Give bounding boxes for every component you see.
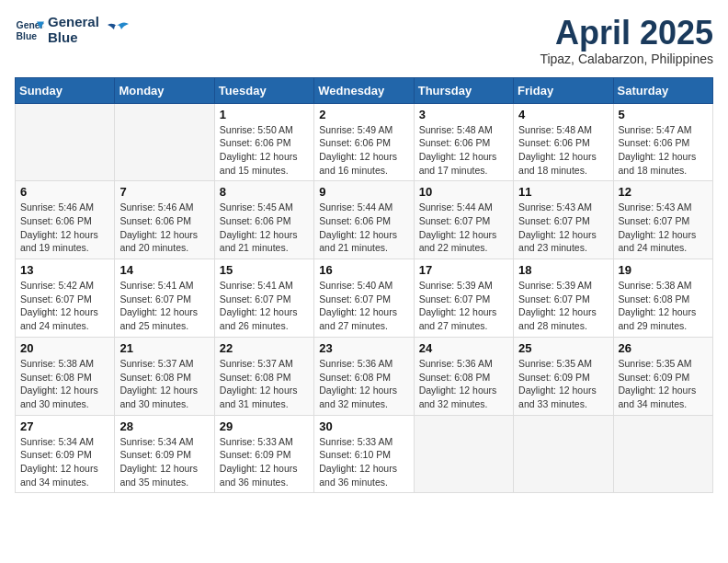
day-info: Sunrise: 5:44 AM Sunset: 6:07 PM Dayligh… [419, 201, 508, 255]
calendar-cell: 28Sunrise: 5:34 AM Sunset: 6:09 PM Dayli… [115, 415, 214, 493]
day-info: Sunrise: 5:35 AM Sunset: 6:09 PM Dayligh… [518, 357, 608, 411]
calendar-cell: 24Sunrise: 5:36 AM Sunset: 6:08 PM Dayli… [414, 337, 513, 415]
day-number: 7 [119, 185, 209, 199]
logo-icon: General Blue [15, 16, 44, 45]
calendar-cell: 5Sunrise: 5:47 AM Sunset: 6:06 PM Daylig… [613, 103, 712, 181]
day-number: 2 [319, 108, 408, 121]
calendar-cell: 19Sunrise: 5:38 AM Sunset: 6:08 PM Dayli… [613, 259, 712, 338]
calendar-cell: 6Sunrise: 5:46 AM Sunset: 6:06 PM Daylig… [16, 181, 115, 259]
day-of-week-header: Tuesday [214, 77, 313, 103]
day-number: 9 [319, 185, 408, 199]
day-info: Sunrise: 5:46 AM Sunset: 6:06 PM Dayligh… [119, 201, 209, 255]
month-title: April 2025 [540, 15, 713, 52]
day-info: Sunrise: 5:44 AM Sunset: 6:06 PM Dayligh… [319, 201, 408, 255]
day-number: 15 [220, 263, 309, 277]
day-info: Sunrise: 5:40 AM Sunset: 6:07 PM Dayligh… [319, 279, 408, 333]
calendar-cell: 16Sunrise: 5:40 AM Sunset: 6:07 PM Dayli… [314, 259, 414, 338]
day-info: Sunrise: 5:47 AM Sunset: 6:06 PM Dayligh… [619, 123, 708, 178]
day-info: Sunrise: 5:33 AM Sunset: 6:09 PM Dayligh… [220, 435, 309, 489]
calendar-cell: 27Sunrise: 5:34 AM Sunset: 6:09 PM Dayli… [16, 415, 115, 493]
calendar-cell: 3Sunrise: 5:48 AM Sunset: 6:06 PM Daylig… [414, 103, 513, 181]
day-info: Sunrise: 5:42 AM Sunset: 6:07 PM Dayligh… [20, 279, 109, 333]
day-number: 14 [119, 263, 209, 277]
svg-text:Blue: Blue [17, 30, 38, 40]
day-number: 18 [518, 263, 608, 277]
day-of-week-header: Saturday [613, 77, 712, 103]
day-of-week-header: Thursday [414, 77, 513, 103]
day-number: 13 [20, 263, 109, 277]
calendar-cell: 17Sunrise: 5:39 AM Sunset: 6:07 PM Dayli… [414, 259, 513, 338]
calendar-cell: 20Sunrise: 5:38 AM Sunset: 6:08 PM Dayli… [16, 337, 115, 415]
calendar-cell: 18Sunrise: 5:39 AM Sunset: 6:07 PM Dayli… [514, 259, 613, 338]
day-number: 25 [518, 341, 608, 355]
calendar-cell: 11Sunrise: 5:43 AM Sunset: 6:07 PM Dayli… [514, 181, 613, 259]
day-info: Sunrise: 5:45 AM Sunset: 6:06 PM Dayligh… [220, 201, 309, 255]
calendar-cell: 13Sunrise: 5:42 AM Sunset: 6:07 PM Dayli… [16, 259, 115, 338]
day-number: 28 [119, 419, 209, 433]
calendar-cell [514, 415, 613, 493]
day-info: Sunrise: 5:35 AM Sunset: 6:09 PM Dayligh… [619, 357, 708, 411]
day-number: 11 [518, 185, 608, 199]
calendar-cell: 23Sunrise: 5:36 AM Sunset: 6:08 PM Dayli… [314, 337, 414, 415]
calendar-cell: 26Sunrise: 5:35 AM Sunset: 6:09 PM Dayli… [613, 337, 712, 415]
day-of-week-header: Sunday [16, 77, 115, 103]
title-block: April 2025 Tipaz, Calabarzon, Philippine… [540, 15, 713, 66]
calendar-cell: 22Sunrise: 5:37 AM Sunset: 6:08 PM Dayli… [214, 337, 313, 415]
calendar-table: SundayMondayTuesdayWednesdayThursdayFrid… [15, 77, 713, 494]
day-info: Sunrise: 5:33 AM Sunset: 6:10 PM Dayligh… [319, 435, 408, 489]
day-info: Sunrise: 5:36 AM Sunset: 6:08 PM Dayligh… [419, 357, 508, 411]
calendar-cell: 29Sunrise: 5:33 AM Sunset: 6:09 PM Dayli… [214, 415, 313, 493]
page-header: General Blue General Blue April 2025 Tip… [15, 15, 713, 66]
day-number: 5 [619, 108, 708, 121]
day-info: Sunrise: 5:48 AM Sunset: 6:06 PM Dayligh… [419, 123, 508, 178]
day-info: Sunrise: 5:50 AM Sunset: 6:06 PM Dayligh… [220, 123, 309, 178]
calendar-cell: 2Sunrise: 5:49 AM Sunset: 6:06 PM Daylig… [314, 103, 414, 181]
day-number: 1 [220, 108, 309, 121]
day-info: Sunrise: 5:36 AM Sunset: 6:08 PM Dayligh… [319, 357, 408, 411]
day-number: 4 [518, 108, 608, 121]
day-of-week-header: Friday [514, 77, 613, 103]
day-number: 26 [619, 341, 708, 355]
calendar-header-row: SundayMondayTuesdayWednesdayThursdayFrid… [16, 77, 713, 103]
day-info: Sunrise: 5:38 AM Sunset: 6:08 PM Dayligh… [20, 357, 109, 411]
logo: General Blue General Blue [15, 15, 131, 45]
day-info: Sunrise: 5:41 AM Sunset: 6:07 PM Dayligh… [220, 279, 309, 333]
day-number: 24 [419, 341, 508, 355]
calendar-cell [16, 103, 115, 181]
calendar-cell [613, 415, 712, 493]
calendar-week-row: 20Sunrise: 5:38 AM Sunset: 6:08 PM Dayli… [16, 337, 713, 415]
calendar-cell: 21Sunrise: 5:37 AM Sunset: 6:08 PM Dayli… [115, 337, 214, 415]
day-of-week-header: Wednesday [314, 77, 414, 103]
day-of-week-header: Monday [115, 77, 214, 103]
day-number: 30 [319, 419, 408, 433]
day-info: Sunrise: 5:43 AM Sunset: 6:07 PM Dayligh… [518, 201, 608, 255]
day-number: 21 [119, 341, 209, 355]
day-info: Sunrise: 5:46 AM Sunset: 6:06 PM Dayligh… [20, 201, 109, 255]
day-info: Sunrise: 5:39 AM Sunset: 6:07 PM Dayligh… [419, 279, 508, 333]
day-info: Sunrise: 5:38 AM Sunset: 6:08 PM Dayligh… [619, 279, 708, 333]
calendar-cell: 1Sunrise: 5:50 AM Sunset: 6:06 PM Daylig… [214, 103, 313, 181]
calendar-cell: 7Sunrise: 5:46 AM Sunset: 6:06 PM Daylig… [115, 181, 214, 259]
calendar-cell: 10Sunrise: 5:44 AM Sunset: 6:07 PM Dayli… [414, 181, 513, 259]
day-number: 22 [220, 341, 309, 355]
calendar-cell: 15Sunrise: 5:41 AM Sunset: 6:07 PM Dayli… [214, 259, 313, 338]
day-number: 19 [619, 263, 708, 277]
day-info: Sunrise: 5:34 AM Sunset: 6:09 PM Dayligh… [119, 435, 209, 489]
day-info: Sunrise: 5:48 AM Sunset: 6:06 PM Dayligh… [518, 123, 608, 178]
logo-line1: General [48, 15, 99, 30]
calendar-cell: 25Sunrise: 5:35 AM Sunset: 6:09 PM Dayli… [514, 337, 613, 415]
calendar-cell: 14Sunrise: 5:41 AM Sunset: 6:07 PM Dayli… [115, 259, 214, 338]
calendar-cell: 8Sunrise: 5:45 AM Sunset: 6:06 PM Daylig… [214, 181, 313, 259]
calendar-week-row: 1Sunrise: 5:50 AM Sunset: 6:06 PM Daylig… [16, 103, 713, 181]
location: Tipaz, Calabarzon, Philippines [540, 52, 713, 66]
calendar-cell: 30Sunrise: 5:33 AM Sunset: 6:10 PM Dayli… [314, 415, 414, 493]
calendar-week-row: 6Sunrise: 5:46 AM Sunset: 6:06 PM Daylig… [16, 181, 713, 259]
day-number: 29 [220, 419, 309, 433]
day-number: 6 [20, 185, 109, 199]
day-info: Sunrise: 5:34 AM Sunset: 6:09 PM Dayligh… [20, 435, 109, 489]
calendar-cell [414, 415, 513, 493]
day-number: 10 [419, 185, 508, 199]
calendar-week-row: 27Sunrise: 5:34 AM Sunset: 6:09 PM Dayli… [16, 415, 713, 493]
day-number: 23 [319, 341, 408, 355]
calendar-cell: 9Sunrise: 5:44 AM Sunset: 6:06 PM Daylig… [314, 181, 414, 259]
